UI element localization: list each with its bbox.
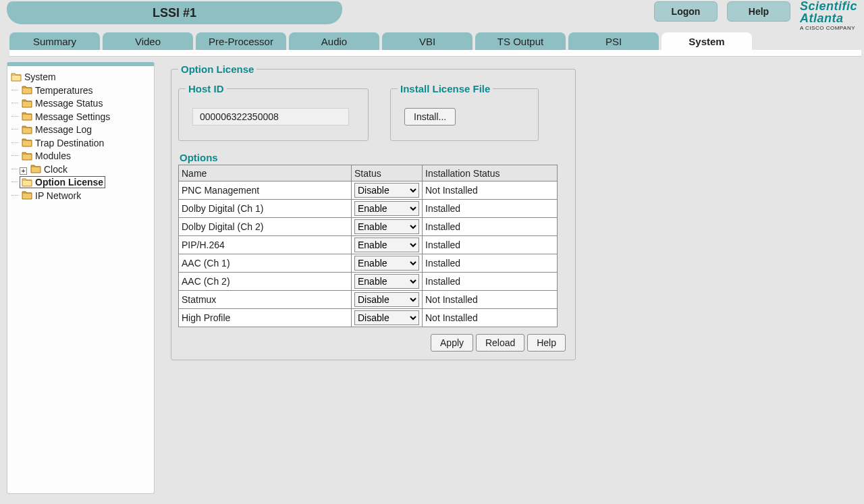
tab-video[interactable]: Video [103, 32, 193, 50]
option-status-select[interactable]: EnableDisable [354, 219, 419, 234]
option-name: AAC (Ch 2) [179, 273, 352, 291]
install-button[interactable]: Install... [404, 108, 456, 125]
tree-item-trap-destination[interactable]: Trap Destination [20, 137, 106, 149]
host-id-legend: Host ID [186, 83, 227, 94]
table-row: StatmuxEnableDisableNot Installed [179, 291, 558, 309]
option-install-status: Installed [423, 200, 558, 218]
option-status-cell: EnableDisable [352, 181, 423, 200]
option-status-select[interactable]: EnableDisable [354, 183, 419, 198]
tab-vbi[interactable]: VBI [382, 32, 473, 50]
option-status-select[interactable]: EnableDisable [354, 310, 419, 325]
tree-item-option-license[interactable]: Option License [20, 176, 105, 188]
table-row: PIP/H.264EnableDisableInstalled [179, 236, 558, 254]
help-button[interactable]: Help [727, 1, 790, 22]
tab-summary[interactable]: Summary [9, 32, 100, 50]
option-status-select[interactable]: EnableDisable [354, 274, 419, 289]
tree-item-message-settings[interactable]: Message Settings [20, 111, 112, 123]
option-status-select[interactable]: EnableDisable [354, 256, 419, 271]
option-name: High Profile [179, 309, 352, 327]
folder-icon [30, 165, 41, 173]
table-row: AAC (Ch 1)EnableDisableInstalled [179, 254, 558, 273]
option-status-select[interactable]: EnableDisable [354, 201, 419, 216]
folder-icon [22, 112, 32, 121]
brand-logo: Scientific Atlanta A CISCO COMPANY [800, 0, 857, 31]
tree-item-label: Temperatures [35, 85, 93, 96]
folder-icon [22, 99, 32, 108]
brand-line1: Scientific [800, 0, 857, 12]
options-col-name: Name [179, 165, 352, 181]
folder-icon [22, 178, 32, 187]
page-title-text: LSSI #1 [153, 6, 196, 20]
option-install-status: Installed [423, 254, 558, 273]
logon-button[interactable]: Logon [654, 1, 718, 22]
option-status-cell: EnableDisable [352, 291, 423, 309]
option-license-fieldset: Option License Host ID 000006322350008 I… [171, 63, 576, 360]
option-install-status: Not Installed [423, 291, 558, 309]
table-row: AAC (Ch 2)EnableDisableInstalled [179, 273, 558, 291]
host-id-value: 000006322350008 [192, 108, 349, 125]
apply-button[interactable]: Apply [431, 334, 473, 352]
folder-icon [22, 86, 32, 94]
option-status-cell: EnableDisable [352, 218, 423, 236]
option-name: Dolby Digital (Ch 1) [179, 200, 352, 218]
option-license-legend: Option License [178, 63, 256, 75]
option-status-select[interactable]: EnableDisable [354, 237, 419, 252]
host-id-fieldset: Host ID 000006322350008 [178, 83, 369, 141]
tree-item-message-log[interactable]: Message Log [20, 123, 94, 136]
option-status-cell: EnableDisable [352, 236, 423, 254]
option-status-select[interactable]: EnableDisable [354, 292, 419, 307]
action-buttons: Apply Reload Help [178, 334, 568, 352]
tab-audio[interactable]: Audio [289, 32, 379, 50]
expand-icon[interactable]: + [20, 167, 27, 175]
tree-item-label: Clock [44, 164, 68, 175]
option-name: PIP/H.264 [179, 236, 352, 254]
header-bar: LSSI #1 Logon Help Scientific Atlanta A … [0, 0, 864, 26]
tree-item-temperatures[interactable]: Temperatures [20, 84, 95, 96]
tree-root-system[interactable]: System [9, 71, 58, 83]
tree-item-label: Option License [35, 177, 103, 188]
tab-pre-processor[interactable]: Pre-Processor [196, 32, 286, 50]
option-status-cell: EnableDisable [352, 309, 423, 327]
install-license-fieldset: Install License File Install... [390, 83, 539, 141]
tree-item-label: Trap Destination [35, 138, 104, 148]
tree-item-label: IP Network [35, 190, 81, 201]
option-name: Dolby Digital (Ch 2) [179, 218, 352, 236]
reload-button[interactable]: Reload [476, 334, 524, 352]
tree-item-label: Message Status [35, 98, 103, 109]
tab-psi[interactable]: PSI [568, 32, 659, 50]
option-name: Statmux [179, 291, 352, 309]
tab-system[interactable]: System [662, 32, 752, 50]
option-license-panel: Option License Host ID 000006322350008 I… [171, 62, 576, 494]
tab-ts-output[interactable]: TS Output [475, 32, 566, 50]
table-row: Dolby Digital (Ch 2)EnableDisableInstall… [179, 218, 558, 236]
options-col-status: Status [352, 165, 423, 181]
tab-underline [9, 50, 861, 57]
tree-item-clock[interactable]: Clock [28, 163, 70, 175]
option-status-cell: EnableDisable [352, 254, 423, 273]
option-install-status: Installed [423, 236, 558, 254]
options-col-install: Installation Status [423, 165, 558, 181]
table-row: Dolby Digital (Ch 1)EnableDisableInstall… [179, 200, 558, 218]
tree-item-label: Message Log [35, 124, 92, 135]
main-tabs: SummaryVideoPre-ProcessorAudioVBITS Outp… [0, 28, 864, 50]
system-tree-panel: System TemperaturesMessage StatusMessage… [7, 62, 155, 494]
tree-item-message-status[interactable]: Message Status [20, 97, 105, 109]
options-heading: Options [180, 152, 568, 163]
folder-icon [22, 152, 32, 161]
page-title: LSSI #1 [7, 1, 342, 24]
tree-root-label: System [24, 72, 56, 82]
option-name: PNC Management [179, 181, 352, 200]
option-name: AAC (Ch 1) [179, 254, 352, 273]
table-row: PNC ManagementEnableDisableNot Installed [179, 181, 558, 200]
help-button-panel[interactable]: Help [527, 334, 566, 352]
brand-line2: Atlanta [800, 12, 857, 24]
folder-open-icon [11, 73, 22, 82]
folder-icon [22, 125, 32, 134]
brand-line3: A CISCO COMPANY [800, 26, 857, 31]
option-status-cell: EnableDisable [352, 200, 423, 218]
tree-item-modules[interactable]: Modules [20, 150, 73, 162]
tree-item-ip-network[interactable]: IP Network [20, 190, 83, 202]
option-status-cell: EnableDisable [352, 273, 423, 291]
folder-icon [22, 191, 32, 200]
tree-item-label: Modules [35, 150, 71, 161]
